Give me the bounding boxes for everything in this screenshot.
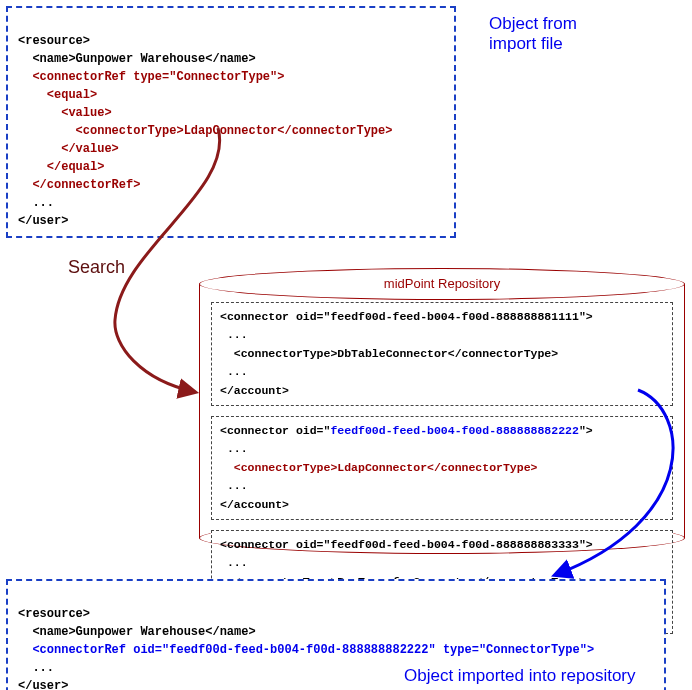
xml-line: ... xyxy=(220,365,248,378)
xml-line: </connectorRef> xyxy=(18,178,140,192)
oid-value: feedf00d-feed-b004-f00d-888888881111 xyxy=(330,310,578,323)
xml-line: <resource> xyxy=(18,34,90,48)
xml-line: <connectorType>LdapConnector</connectorT… xyxy=(18,124,392,138)
xml-line: ... xyxy=(18,661,54,675)
xml-line: </account> xyxy=(220,498,289,511)
xml-line: <equal> xyxy=(18,88,97,102)
search-label: Search xyxy=(68,257,125,278)
xml-line: </value> xyxy=(18,142,119,156)
repository-title: midPoint Repository xyxy=(199,268,685,300)
xml-fragment: <connectorRef oid=" xyxy=(18,643,169,657)
xml-line: <connectorType>LdapConnector</connectorT… xyxy=(220,461,537,474)
xml-line: <name>Gunpower Warehouse</name> xyxy=(18,625,256,639)
source-object-box: <resource> <name>Gunpower Warehouse</nam… xyxy=(6,6,456,238)
imported-label: Object imported into repository xyxy=(404,666,636,686)
xml-line: </user> xyxy=(18,679,68,690)
xml-line: ... xyxy=(18,196,54,210)
xml-line: <connectorRef type="ConnectorType"> xyxy=(18,70,284,84)
import-object-label: Object from import file xyxy=(489,14,577,54)
xml-line: ... xyxy=(220,556,248,569)
xml-line: <name>Gunpower Warehouse</name> xyxy=(18,52,256,66)
xml-fragment: <connector oid=" xyxy=(220,538,330,551)
oid-value: feedf00d-feed-b004-f00d-888888883333 xyxy=(330,538,578,551)
repository-cylinder: midPoint Repository <connector oid="feed… xyxy=(199,268,685,554)
xml-line: <resource> xyxy=(18,607,90,621)
connector-item-2: <connector oid="feedf00d-feed-b004-f00d-… xyxy=(211,416,673,520)
connector-item-1: <connector oid="feedf00d-feed-b004-f00d-… xyxy=(211,302,673,406)
xml-line: <connectorType>DbTableConnector</connect… xyxy=(220,347,558,360)
xml-line: ... xyxy=(220,442,248,455)
xml-fragment: " type="ConnectorType"> xyxy=(428,643,594,657)
xml-fragment: "> xyxy=(579,538,593,551)
xml-fragment: <connector oid=" xyxy=(220,310,330,323)
oid-value: feedf00d-feed-b004-f00d-888888882222 xyxy=(169,643,428,657)
xml-line: </user> xyxy=(18,214,68,228)
xml-line: <value> xyxy=(18,106,112,120)
xml-fragment: "> xyxy=(579,424,593,437)
xml-line: </equal> xyxy=(18,160,104,174)
xml-fragment: <connector oid=" xyxy=(220,424,330,437)
oid-value: feedf00d-feed-b004-f00d-888888882222 xyxy=(330,424,578,437)
xml-line: ... xyxy=(220,328,248,341)
xml-fragment: "> xyxy=(579,310,593,323)
xml-line: ... xyxy=(220,479,248,492)
xml-line: </account> xyxy=(220,384,289,397)
